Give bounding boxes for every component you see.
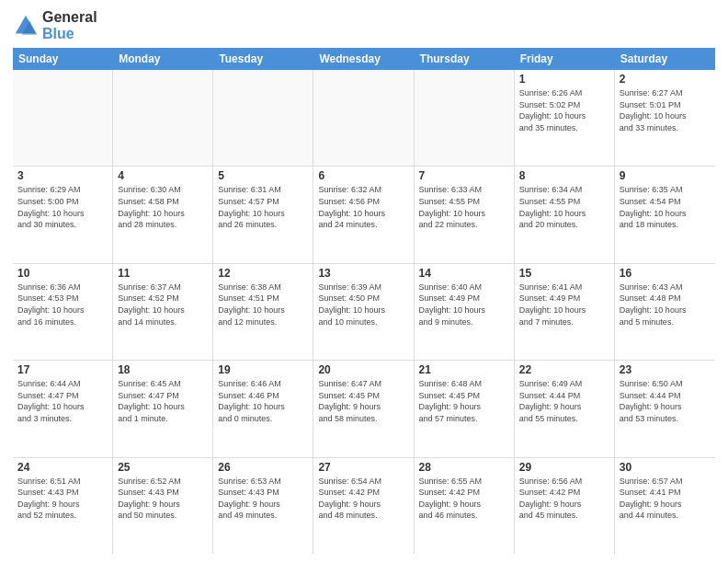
calendar-week-3: 17Sunrise: 6:44 AM Sunset: 4:47 PM Dayli… bbox=[13, 361, 715, 457]
calendar-cell: 11Sunrise: 6:37 AM Sunset: 4:52 PM Dayli… bbox=[113, 264, 213, 360]
calendar-cell: 20Sunrise: 6:47 AM Sunset: 4:45 PM Dayli… bbox=[313, 361, 414, 456]
calendar-cell: 5Sunrise: 6:31 AM Sunset: 4:57 PM Daylig… bbox=[213, 167, 313, 262]
calendar-cell: 6Sunrise: 6:32 AM Sunset: 4:56 PM Daylig… bbox=[313, 167, 414, 262]
day-info: Sunrise: 6:52 AM Sunset: 4:43 PM Dayligh… bbox=[118, 476, 208, 522]
calendar-cell: 8Sunrise: 6:34 AM Sunset: 4:55 PM Daylig… bbox=[515, 167, 615, 262]
day-info: Sunrise: 6:38 AM Sunset: 4:51 PM Dayligh… bbox=[218, 282, 308, 327]
day-number: 19 bbox=[218, 363, 308, 376]
day-info: Sunrise: 6:53 AM Sunset: 4:43 PM Dayligh… bbox=[218, 476, 308, 522]
day-number: 1 bbox=[519, 73, 609, 86]
day-info: Sunrise: 6:39 AM Sunset: 4:50 PM Dayligh… bbox=[318, 282, 408, 327]
day-info: Sunrise: 6:29 AM Sunset: 5:00 PM Dayligh… bbox=[17, 184, 108, 230]
day-number: 21 bbox=[419, 363, 509, 376]
calendar-cell bbox=[13, 70, 113, 166]
day-info: Sunrise: 6:45 AM Sunset: 4:47 PM Dayligh… bbox=[118, 378, 208, 424]
day-info: Sunrise: 6:41 AM Sunset: 4:49 PM Dayligh… bbox=[519, 282, 609, 327]
calendar-cell: 2Sunrise: 6:27 AM Sunset: 5:01 PM Daylig… bbox=[615, 70, 715, 166]
calendar-cell: 16Sunrise: 6:43 AM Sunset: 4:48 PM Dayli… bbox=[615, 264, 715, 360]
header-day-wednesday: Wednesday bbox=[313, 48, 414, 70]
calendar-cell: 29Sunrise: 6:56 AM Sunset: 4:42 PM Dayli… bbox=[515, 458, 615, 554]
calendar-cell: 18Sunrise: 6:45 AM Sunset: 4:47 PM Dayli… bbox=[113, 361, 213, 456]
header-day-saturday: Saturday bbox=[615, 48, 715, 70]
day-number: 4 bbox=[118, 169, 208, 182]
calendar-cell: 1Sunrise: 6:26 AM Sunset: 5:02 PM Daylig… bbox=[515, 70, 615, 166]
day-info: Sunrise: 6:33 AM Sunset: 4:55 PM Dayligh… bbox=[419, 184, 509, 230]
day-number: 20 bbox=[318, 363, 408, 376]
calendar-header: SundayMondayTuesdayWednesdayThursdayFrid… bbox=[13, 48, 715, 70]
calendar-cell: 28Sunrise: 6:55 AM Sunset: 4:42 PM Dayli… bbox=[415, 458, 515, 554]
calendar-cell: 9Sunrise: 6:35 AM Sunset: 4:54 PM Daylig… bbox=[615, 167, 715, 262]
calendar-cell: 4Sunrise: 6:30 AM Sunset: 4:58 PM Daylig… bbox=[113, 167, 213, 262]
calendar-body: 1Sunrise: 6:26 AM Sunset: 5:02 PM Daylig… bbox=[13, 70, 715, 554]
day-number: 9 bbox=[620, 169, 711, 182]
day-number: 30 bbox=[620, 461, 711, 474]
day-info: Sunrise: 6:48 AM Sunset: 4:45 PM Dayligh… bbox=[419, 378, 509, 424]
day-number: 2 bbox=[620, 73, 711, 86]
day-number: 18 bbox=[118, 363, 208, 376]
day-info: Sunrise: 6:40 AM Sunset: 4:49 PM Dayligh… bbox=[419, 282, 509, 327]
calendar-cell: 23Sunrise: 6:50 AM Sunset: 4:44 PM Dayli… bbox=[615, 361, 715, 456]
calendar-cell bbox=[415, 70, 515, 166]
calendar-cell: 26Sunrise: 6:53 AM Sunset: 4:43 PM Dayli… bbox=[213, 458, 313, 554]
calendar-cell: 17Sunrise: 6:44 AM Sunset: 4:47 PM Dayli… bbox=[13, 361, 113, 456]
day-info: Sunrise: 6:36 AM Sunset: 4:53 PM Dayligh… bbox=[17, 282, 108, 327]
day-number: 3 bbox=[17, 169, 108, 182]
day-info: Sunrise: 6:31 AM Sunset: 4:57 PM Dayligh… bbox=[218, 184, 308, 230]
header-day-monday: Monday bbox=[113, 48, 213, 70]
calendar-cell: 21Sunrise: 6:48 AM Sunset: 4:45 PM Dayli… bbox=[415, 361, 515, 456]
calendar-cell: 19Sunrise: 6:46 AM Sunset: 4:46 PM Dayli… bbox=[213, 361, 313, 456]
logo-icon bbox=[13, 13, 39, 39]
calendar-cell: 7Sunrise: 6:33 AM Sunset: 4:55 PM Daylig… bbox=[415, 167, 515, 262]
day-info: Sunrise: 6:44 AM Sunset: 4:47 PM Dayligh… bbox=[17, 378, 108, 424]
day-number: 27 bbox=[318, 461, 408, 474]
day-number: 6 bbox=[318, 169, 408, 182]
calendar-week-4: 24Sunrise: 6:51 AM Sunset: 4:43 PM Dayli… bbox=[13, 458, 715, 554]
day-number: 23 bbox=[620, 363, 711, 376]
calendar-cell bbox=[213, 70, 313, 166]
day-number: 15 bbox=[519, 267, 609, 280]
day-info: Sunrise: 6:27 AM Sunset: 5:01 PM Dayligh… bbox=[620, 87, 711, 133]
calendar-cell bbox=[113, 70, 213, 166]
header-day-friday: Friday bbox=[515, 48, 615, 70]
day-number: 29 bbox=[519, 461, 609, 474]
day-info: Sunrise: 6:26 AM Sunset: 5:02 PM Dayligh… bbox=[519, 87, 609, 133]
calendar-cell: 24Sunrise: 6:51 AM Sunset: 4:43 PM Dayli… bbox=[13, 458, 113, 554]
day-info: Sunrise: 6:57 AM Sunset: 4:41 PM Dayligh… bbox=[620, 476, 711, 522]
calendar-cell: 3Sunrise: 6:29 AM Sunset: 5:00 PM Daylig… bbox=[13, 167, 113, 262]
day-number: 22 bbox=[519, 363, 609, 376]
day-number: 5 bbox=[218, 169, 308, 182]
calendar-cell: 25Sunrise: 6:52 AM Sunset: 4:43 PM Dayli… bbox=[113, 458, 213, 554]
day-number: 12 bbox=[218, 267, 308, 280]
day-info: Sunrise: 6:43 AM Sunset: 4:48 PM Dayligh… bbox=[620, 282, 711, 327]
day-number: 14 bbox=[419, 267, 509, 280]
calendar-week-1: 3Sunrise: 6:29 AM Sunset: 5:00 PM Daylig… bbox=[13, 167, 715, 263]
day-number: 17 bbox=[17, 363, 108, 376]
day-info: Sunrise: 6:55 AM Sunset: 4:42 PM Dayligh… bbox=[419, 476, 509, 522]
header: General Blue bbox=[13, 9, 715, 42]
day-info: Sunrise: 6:34 AM Sunset: 4:55 PM Dayligh… bbox=[519, 184, 609, 230]
day-info: Sunrise: 6:32 AM Sunset: 4:56 PM Dayligh… bbox=[318, 184, 408, 230]
calendar-cell bbox=[313, 70, 414, 166]
day-number: 10 bbox=[17, 267, 108, 280]
calendar-cell: 30Sunrise: 6:57 AM Sunset: 4:41 PM Dayli… bbox=[615, 458, 715, 554]
header-day-sunday: Sunday bbox=[13, 48, 113, 70]
logo-text: General Blue bbox=[42, 9, 97, 42]
day-info: Sunrise: 6:49 AM Sunset: 4:44 PM Dayligh… bbox=[519, 378, 609, 424]
logo: General Blue bbox=[13, 9, 97, 42]
header-day-tuesday: Tuesday bbox=[213, 48, 313, 70]
calendar-cell: 12Sunrise: 6:38 AM Sunset: 4:51 PM Dayli… bbox=[213, 264, 313, 360]
day-info: Sunrise: 6:37 AM Sunset: 4:52 PM Dayligh… bbox=[118, 282, 208, 327]
day-info: Sunrise: 6:54 AM Sunset: 4:42 PM Dayligh… bbox=[318, 476, 408, 522]
day-number: 13 bbox=[318, 267, 408, 280]
day-number: 11 bbox=[118, 267, 208, 280]
calendar: SundayMondayTuesdayWednesdayThursdayFrid… bbox=[13, 48, 715, 554]
day-number: 26 bbox=[218, 461, 308, 474]
day-info: Sunrise: 6:30 AM Sunset: 4:58 PM Dayligh… bbox=[118, 184, 208, 230]
page: General Blue SundayMondayTuesdayWednesda… bbox=[0, 0, 728, 563]
calendar-cell: 27Sunrise: 6:54 AM Sunset: 4:42 PM Dayli… bbox=[313, 458, 414, 554]
calendar-week-2: 10Sunrise: 6:36 AM Sunset: 4:53 PM Dayli… bbox=[13, 264, 715, 361]
calendar-cell: 14Sunrise: 6:40 AM Sunset: 4:49 PM Dayli… bbox=[415, 264, 515, 360]
day-info: Sunrise: 6:51 AM Sunset: 4:43 PM Dayligh… bbox=[17, 476, 108, 522]
day-number: 28 bbox=[419, 461, 509, 474]
day-info: Sunrise: 6:35 AM Sunset: 4:54 PM Dayligh… bbox=[620, 184, 711, 230]
